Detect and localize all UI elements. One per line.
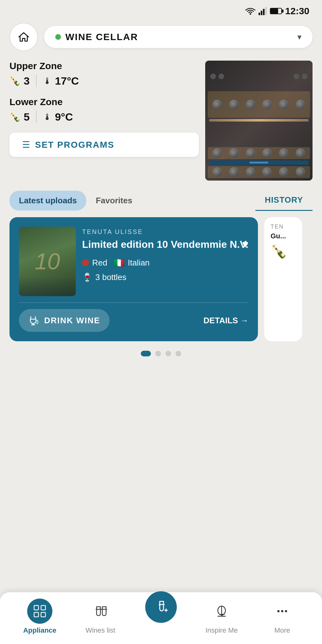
upper-zone: Upper Zone 🍾 3 🌡 17°C <box>9 61 199 87</box>
upper-bottles-stat: 🍾 3 <box>9 75 30 87</box>
appliance-icon-wrap <box>27 599 52 624</box>
svg-rect-1 <box>259 13 260 15</box>
partial-name: Gu... <box>271 232 296 240</box>
lower-zone: Lower Zone 🍾 5 🌡 9°C <box>9 97 199 123</box>
nav-item-wines-list[interactable]: Wines list <box>78 599 122 635</box>
more-icon <box>275 604 289 618</box>
tab-latest-uploads[interactable]: Latest uploads <box>9 191 86 211</box>
wine-producer: TENUTA ULISSE <box>82 228 248 236</box>
wine-origin: 🇮🇹 Italian <box>114 258 150 268</box>
wine-type: Red <box>82 258 107 268</box>
online-status-dot <box>55 34 61 40</box>
fridge-shelf-3 <box>208 166 310 178</box>
red-dot-icon <box>82 259 89 266</box>
details-label: DETAILS → <box>203 316 248 325</box>
wine-name: Limited edition 10 Vendemmie N.V. <box>82 238 248 251</box>
tabs-section: Latest uploads Favorites HISTORY <box>0 181 322 217</box>
zone-divider-2 <box>36 110 37 123</box>
wine-card-partial: TEN Gu... 🍾 <box>264 217 302 341</box>
status-time: 12:30 <box>285 6 309 16</box>
appliance-nav-label: Appliance <box>23 626 56 635</box>
flag-icon: 🇮🇹 <box>114 258 125 268</box>
status-icons: 12:30 <box>245 6 309 16</box>
favorite-button[interactable]: ♥ <box>242 238 248 250</box>
card-divider <box>19 302 248 303</box>
partial-producer: TEN <box>271 224 296 230</box>
svg-rect-5 <box>34 605 39 610</box>
wine-bottle-visual: 10 <box>19 227 76 296</box>
inspire-icon <box>215 604 229 618</box>
svg-point-0 <box>250 13 251 15</box>
cards-section: 10 TENUTA ULISSE Limited edition 10 Vend… <box>0 217 322 341</box>
tabs: Latest uploads Favorites HISTORY <box>9 190 313 211</box>
more-nav-label: More <box>274 626 290 635</box>
inspire-nav-label: Inspire Me <box>206 626 238 635</box>
dot-3[interactable] <box>165 351 171 356</box>
add-wine-button[interactable] <box>145 591 177 623</box>
upper-zone-title: Upper Zone <box>9 61 199 71</box>
svg-rect-7 <box>34 612 39 617</box>
wine-label-number: 10 <box>35 248 60 274</box>
wine-bottles-label: 3 bottles <box>95 272 126 282</box>
wines-list-icon-wrap <box>88 599 113 624</box>
details-link[interactable]: DETAILS → <box>203 316 248 325</box>
lower-zone-title: Lower Zone <box>9 97 199 107</box>
lower-bottles-value: 5 <box>24 111 30 123</box>
svg-rect-3 <box>263 9 265 15</box>
home-button[interactable] <box>9 23 38 51</box>
svg-point-12 <box>285 610 287 612</box>
zone-divider <box>36 75 37 87</box>
wine-type-label: Red <box>92 258 107 268</box>
svg-rect-6 <box>41 605 45 610</box>
programs-icon: ☰ <box>22 140 30 150</box>
appliance-image <box>205 61 313 181</box>
pagination-dots <box>0 341 322 366</box>
tab-history[interactable]: HISTORY <box>255 190 313 211</box>
drink-wine-button[interactable]: DRINK WINE <box>19 309 110 332</box>
nav-item-add[interactable] <box>139 601 183 623</box>
zones-section: Upper Zone 🍾 3 🌡 17°C Lower Zone 🍾 5 <box>9 61 199 181</box>
svg-rect-4 <box>265 7 267 15</box>
wine-card-actions: DRINK WINE DETAILS → <box>19 309 248 332</box>
bottle-icon: 🍾 <box>9 76 21 86</box>
nav-item-more[interactable]: More <box>260 599 304 635</box>
home-icon <box>17 30 30 44</box>
lower-zone-stats: 🍾 5 🌡 9°C <box>9 110 199 123</box>
status-bar: 12:30 <box>0 0 322 20</box>
drink-icon <box>28 315 40 326</box>
upper-temp-stat: 🌡 17°C <box>43 75 79 87</box>
nav-item-appliance[interactable]: Appliance <box>18 599 62 635</box>
signal-icon <box>259 7 267 15</box>
wine-card-inner: 10 TENUTA ULISSE Limited edition 10 Vend… <box>19 227 248 296</box>
wines-list-nav-label: Wines list <box>86 626 115 635</box>
dot-4[interactable] <box>176 351 181 356</box>
header: WINE CELLAR ▾ <box>0 20 322 57</box>
svg-point-11 <box>281 610 283 612</box>
dot-2[interactable] <box>155 351 161 356</box>
wine-origin-label: Italian <box>128 258 150 268</box>
wine-info: TENUTA ULISSE Limited edition 10 Vendemm… <box>82 227 248 296</box>
fridge-shelf-1 <box>208 91 310 118</box>
svg-rect-8 <box>41 612 45 617</box>
upper-bottles-value: 3 <box>24 75 30 87</box>
battery-icon <box>270 8 282 14</box>
device-name: WINE CELLAR <box>65 32 293 42</box>
upper-temp-value: 17°C <box>55 75 79 87</box>
lower-temp-value: 9°C <box>55 111 73 123</box>
device-selector[interactable]: WINE CELLAR ▾ <box>44 26 313 48</box>
wifi-icon <box>245 7 255 15</box>
wine-bottles-count: 🍷 3 bottles <box>82 272 248 282</box>
thermometer-icon-2: 🌡 <box>43 112 52 122</box>
wine-type-row: Red 🇮🇹 Italian <box>82 258 248 268</box>
wine-bottle-image: 10 <box>19 227 76 296</box>
lower-bottles-stat: 🍾 5 <box>9 111 30 123</box>
appliance-icon <box>33 604 47 618</box>
nav-item-inspire[interactable]: Inspire Me <box>200 599 244 635</box>
dot-1[interactable] <box>141 351 151 356</box>
main-content: Upper Zone 🍾 3 🌡 17°C Lower Zone 🍾 5 <box>0 57 322 181</box>
set-programs-button[interactable]: ☰ SET PROGRAMS <box>9 133 199 157</box>
wines-list-icon <box>93 604 107 618</box>
tab-favorites[interactable]: Favorites <box>86 191 142 211</box>
svg-rect-2 <box>261 11 262 15</box>
partial-bottle-icon: 🍾 <box>271 243 296 259</box>
